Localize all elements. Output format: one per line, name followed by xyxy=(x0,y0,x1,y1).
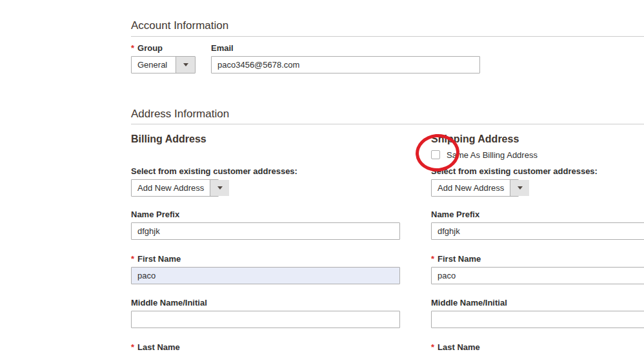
required-asterisk: * xyxy=(131,254,134,264)
billing-address-select-value: Add New Address xyxy=(132,180,210,196)
chevron-down-icon[interactable] xyxy=(510,180,529,196)
shipping-address-column: Shipping Address Same As Billing Address… xyxy=(431,133,644,352)
group-select-value: General xyxy=(132,57,176,73)
chevron-down-icon[interactable] xyxy=(210,180,229,196)
billing-middle-name-input[interactable] xyxy=(131,311,400,328)
billing-first-name-input[interactable] xyxy=(131,267,400,284)
address-columns: Billing Address Select from existing cus… xyxy=(131,133,644,352)
billing-last-name-label: *Last Name xyxy=(131,342,400,352)
section-divider-address xyxy=(131,124,644,124)
shipping-first-name-input[interactable] xyxy=(431,267,644,284)
billing-existing-addresses-label: Select from existing customer addresses: xyxy=(131,166,400,176)
shipping-name-prefix-label: Name Prefix xyxy=(431,210,644,219)
billing-first-name-label: *First Name xyxy=(131,254,400,264)
section-divider-account xyxy=(131,36,644,37)
billing-name-prefix-label: Name Prefix xyxy=(131,210,400,219)
email-label: Email xyxy=(211,43,480,53)
section-title-address: Address Information xyxy=(131,108,644,120)
shipping-existing-addresses-label: Select from existing customer addresses: xyxy=(431,166,644,176)
email-field: Email xyxy=(211,43,480,73)
shipping-last-name-label: *Last Name xyxy=(431,342,644,352)
shipping-name-prefix-input[interactable] xyxy=(431,222,644,240)
same-as-billing-row: Same As Billing Address xyxy=(431,150,644,160)
group-label-text: Group xyxy=(137,43,163,53)
required-asterisk: * xyxy=(131,342,134,352)
chevron-down-icon[interactable] xyxy=(176,57,195,73)
shipping-middle-name-input[interactable] xyxy=(431,311,644,328)
customer-form-content: Account Information *Group General Email… xyxy=(131,0,644,352)
shipping-first-name-label-text: First Name xyxy=(438,254,481,264)
required-asterisk: * xyxy=(131,43,134,53)
required-asterisk: * xyxy=(431,254,434,264)
section-title-account: Account Information xyxy=(131,19,644,32)
billing-address-select[interactable]: Add New Address xyxy=(131,179,219,197)
billing-last-name-label-text: Last Name xyxy=(137,342,180,352)
shipping-middle-name-label: Middle Name/Initial xyxy=(431,298,644,308)
account-fields-row: *Group General Email xyxy=(131,43,644,73)
required-asterisk: * xyxy=(431,342,434,352)
same-as-billing-checkbox[interactable] xyxy=(431,150,440,159)
group-label: *Group xyxy=(131,43,196,53)
billing-middle-name-label: Middle Name/Initial xyxy=(131,298,400,308)
shipping-address-title: Shipping Address xyxy=(431,133,644,146)
shipping-last-name-label-text: Last Name xyxy=(438,342,480,352)
billing-address-title: Billing Address xyxy=(131,133,400,146)
same-as-billing-label: Same As Billing Address xyxy=(447,150,538,160)
shipping-first-name-label: *First Name xyxy=(431,254,644,264)
email-input[interactable] xyxy=(211,56,480,73)
billing-name-prefix-input[interactable] xyxy=(131,222,400,240)
group-select[interactable]: General xyxy=(131,56,196,73)
shipping-address-select[interactable]: Add New Address xyxy=(431,179,519,197)
shipping-address-select-value: Add New Address xyxy=(432,180,510,196)
group-field: *Group General xyxy=(131,43,196,73)
billing-address-column: Billing Address Select from existing cus… xyxy=(131,133,400,352)
billing-first-name-label-text: First Name xyxy=(137,254,181,264)
